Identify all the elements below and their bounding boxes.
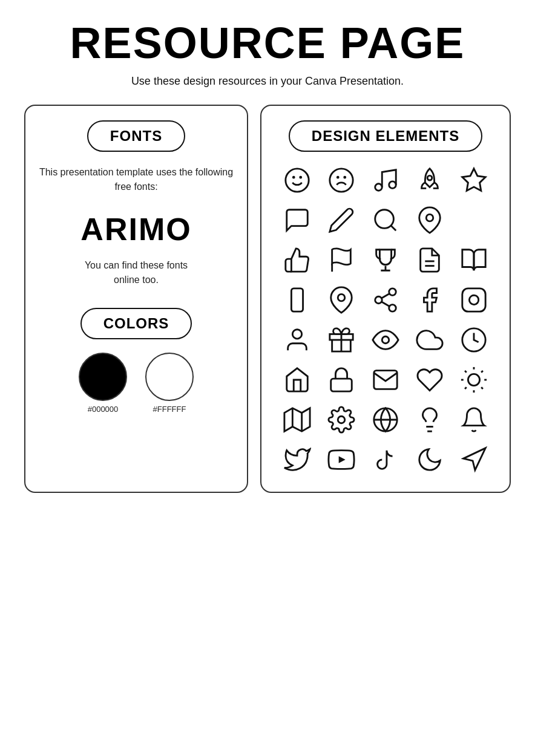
svg-line-35 (482, 387, 484, 389)
icon-bell (453, 402, 495, 437)
swatch-black (79, 353, 127, 401)
icon-map (276, 402, 318, 437)
icon-flag (320, 243, 362, 278)
icon-megaphone (453, 442, 495, 477)
icon-pin (409, 203, 451, 238)
icon-thumbsup (276, 243, 318, 278)
design-elements-header: DESIGN ELEMENTS (274, 120, 497, 152)
colors-section: COLORS #000000 #FFFFFF (38, 308, 235, 414)
icon-eye (364, 322, 406, 357)
icon-music (364, 163, 406, 198)
svg-point-43 (338, 416, 345, 423)
svg-point-0 (285, 169, 308, 192)
color-swatches: #000000 #FFFFFF (79, 353, 194, 414)
icon-book (453, 243, 495, 278)
page-title: RESOURCE PAGE (70, 18, 465, 68)
swatch-white (145, 353, 194, 401)
svg-point-19 (375, 296, 382, 304)
icon-sun (453, 362, 495, 397)
svg-point-1 (293, 177, 294, 178)
svg-line-39 (482, 371, 484, 373)
svg-marker-9 (462, 169, 485, 191)
icon-moon (409, 442, 451, 477)
icon-instagram (453, 282, 495, 318)
icon-star (453, 163, 495, 198)
svg-line-34 (465, 371, 467, 373)
icon-facebook (409, 282, 451, 318)
svg-point-31 (468, 374, 480, 385)
icon-document (409, 243, 451, 278)
svg-line-21 (381, 302, 389, 307)
icon-bulb (409, 402, 451, 437)
svg-rect-23 (462, 288, 485, 311)
svg-point-18 (389, 288, 396, 296)
icon-pencil (320, 203, 362, 238)
icon-trophy (364, 243, 406, 278)
icon-youtube (320, 442, 362, 477)
panels-container: FONTS This presentation template uses th… (24, 105, 511, 493)
font-name-display: ARIMO (80, 211, 191, 247)
icon-heart (409, 362, 451, 397)
icon-rocket (409, 163, 451, 198)
svg-point-10 (375, 210, 394, 229)
fonts-label: FONTS (87, 120, 185, 152)
fonts-description: This presentation template uses the foll… (38, 165, 235, 194)
icon-empty (453, 203, 495, 238)
icon-sad (320, 163, 362, 198)
icon-smile (276, 163, 318, 198)
icon-settings (320, 402, 362, 437)
svg-point-2 (300, 177, 301, 178)
svg-point-5 (344, 177, 346, 178)
icon-mail (364, 362, 406, 397)
icon-lock (320, 362, 362, 397)
svg-line-38 (465, 387, 467, 389)
colors-label: COLORS (80, 308, 192, 339)
icon-chat (276, 203, 318, 238)
color-black-item: #000000 (79, 353, 127, 414)
svg-point-20 (389, 305, 396, 312)
svg-point-25 (292, 330, 301, 339)
fonts-find-text: You can find these fontsonline too. (85, 258, 188, 287)
svg-point-28 (382, 336, 389, 344)
svg-point-8 (427, 175, 432, 180)
svg-rect-15 (291, 288, 303, 311)
svg-point-7 (389, 181, 396, 189)
svg-marker-48 (338, 456, 345, 463)
icon-gift (320, 322, 362, 357)
svg-rect-30 (331, 379, 352, 391)
fonts-colors-panel: FONTS This presentation template uses th… (24, 105, 248, 493)
design-elements-panel: DESIGN ELEMENTS (260, 105, 511, 493)
icon-globe (364, 402, 406, 437)
icon-twitter (276, 442, 318, 477)
color-white-item: #FFFFFF (145, 353, 194, 414)
svg-point-17 (338, 294, 345, 301)
design-elements-label: DESIGN ELEMENTS (289, 120, 482, 152)
color-white-code: #FFFFFF (153, 405, 186, 414)
icon-user (276, 322, 318, 357)
svg-point-6 (375, 184, 382, 191)
svg-point-3 (330, 169, 353, 192)
svg-marker-40 (284, 408, 310, 431)
icons-grid (274, 163, 497, 477)
icon-home (276, 362, 318, 397)
icon-location (320, 282, 362, 318)
icon-tiktok (364, 442, 406, 477)
color-black-code: #000000 (88, 405, 119, 414)
svg-line-22 (381, 293, 389, 298)
icon-clock (453, 322, 495, 357)
icon-cloud (409, 322, 451, 357)
svg-point-4 (337, 177, 338, 178)
svg-point-11 (426, 214, 433, 221)
page-subtitle: Use these design resources in your Canva… (131, 75, 404, 88)
icon-share (364, 282, 406, 318)
icon-search (364, 203, 406, 238)
icon-phone (276, 282, 318, 318)
